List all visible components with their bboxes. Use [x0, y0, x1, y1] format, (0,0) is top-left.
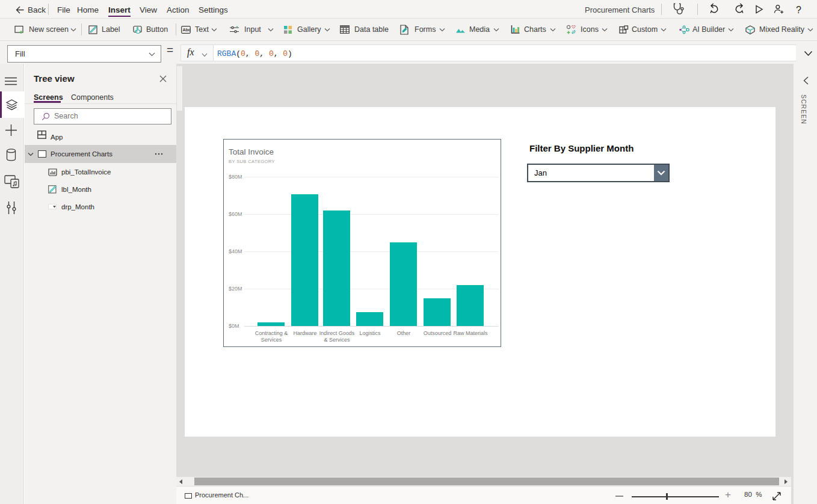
svg-text:Abc: Abc [182, 28, 190, 32]
